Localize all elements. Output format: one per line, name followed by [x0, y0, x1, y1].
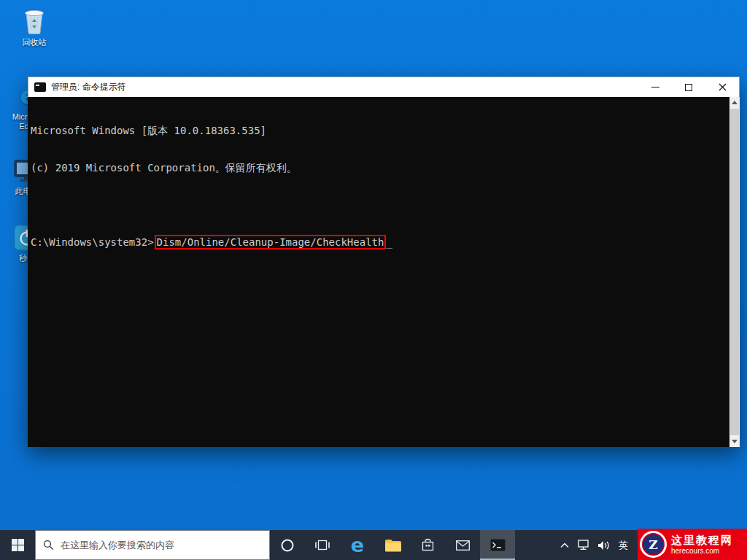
watermark-text: 这里教程网 herecours.com: [671, 534, 733, 556]
task-view-icon: [315, 539, 330, 551]
console-line: (c) 2019 Microsoft Corporation。保留所有权利。: [31, 162, 725, 174]
watermark: Z 这里教程网 herecours.com: [638, 529, 747, 560]
edge-icon: e: [351, 535, 364, 555]
microsoft-store-button[interactable]: [410, 530, 445, 560]
cortana-icon: [280, 538, 295, 553]
windows-logo-icon: [12, 539, 24, 551]
task-view-button[interactable]: [305, 530, 340, 560]
cmd-taskbar-button[interactable]: [480, 530, 515, 560]
desktop[interactable]: 回收站 e Microsoft Edge 此电脑 秒关 管理员: 命令提示符: [0, 0, 747, 560]
scroll-up-icon[interactable]: [729, 97, 740, 108]
console-prompt: C:\Windows\system32>: [31, 236, 154, 248]
start-button[interactable]: [0, 530, 35, 560]
minimize-button[interactable]: [638, 77, 672, 97]
scrollbar-thumb[interactable]: [730, 109, 739, 435]
volume-button[interactable]: [594, 530, 614, 560]
desktop-icon-label: 回收站: [23, 38, 47, 47]
search-icon: [43, 540, 54, 551]
window-controls: [638, 77, 739, 97]
mail-button[interactable]: [445, 530, 480, 560]
watermark-site-url: herecours.com: [671, 547, 733, 556]
window-title: 管理员: 命令提示符: [51, 81, 126, 93]
store-icon: [421, 538, 435, 552]
edge-taskbar-button[interactable]: e: [340, 530, 375, 560]
highlighted-command: Dism/Online/Cleanup-Image/CheckHealth: [155, 235, 387, 249]
console-cursor: _: [386, 236, 392, 248]
language-label: 英: [619, 539, 628, 552]
console-line: Microsoft Windows [版本 10.0.18363.535]: [31, 125, 725, 137]
network-icon: [578, 540, 591, 551]
watermark-logo-icon: Z: [640, 531, 667, 558]
file-explorer-button[interactable]: [375, 530, 410, 560]
show-hidden-icons-button[interactable]: [554, 530, 574, 560]
chevron-up-icon: [560, 542, 569, 548]
network-button[interactable]: [574, 530, 594, 560]
maximize-icon: [685, 84, 692, 91]
console-prompt-line: C:\Windows\system32>Dism/Online/Cleanup-…: [31, 236, 725, 249]
taskbar-search[interactable]: [35, 530, 270, 560]
search-input[interactable]: [61, 540, 262, 551]
console-blank-line: [31, 199, 725, 211]
maximize-button[interactable]: [672, 77, 705, 97]
console-output: Microsoft Windows [版本 10.0.18363.535] (c…: [28, 97, 740, 273]
taskbar: e: [0, 530, 747, 560]
close-icon: [719, 83, 727, 91]
recycle-bin-icon: [21, 6, 47, 35]
close-button[interactable]: [705, 77, 739, 97]
cmd-app-icon: [34, 82, 46, 92]
cmd-titlebar[interactable]: 管理员: 命令提示符: [28, 77, 740, 97]
watermark-logo-letter: Z: [642, 533, 665, 556]
scroll-down-icon[interactable]: [729, 436, 740, 447]
minimize-icon: [651, 87, 659, 88]
cortana-button[interactable]: [270, 530, 305, 560]
mail-icon: [456, 540, 470, 551]
command-prompt-icon: [489, 538, 506, 552]
language-indicator[interactable]: 英: [614, 530, 633, 560]
cmd-window: 管理员: 命令提示符 Microsoft Windows [版本 10.0.18…: [28, 77, 740, 447]
desktop-icon-recycle-bin[interactable]: 回收站: [12, 6, 57, 47]
console[interactable]: Microsoft Windows [版本 10.0.18363.535] (c…: [28, 97, 740, 447]
speaker-icon: [597, 540, 611, 551]
watermark-site-name: 这里教程网: [671, 534, 733, 547]
folder-icon: [384, 539, 401, 552]
console-scrollbar[interactable]: [729, 97, 740, 447]
